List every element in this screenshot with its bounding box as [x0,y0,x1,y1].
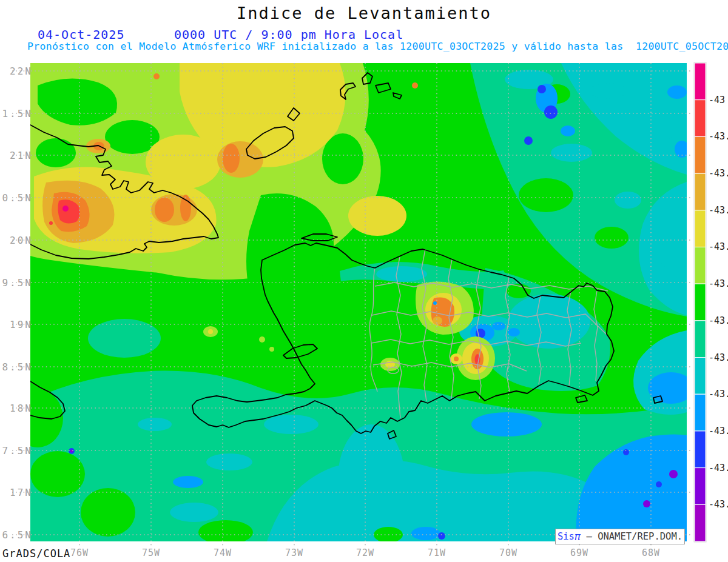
shade-blob [36,138,76,167]
lat-tick-label: 7.5N [2,445,33,457]
shade-blob [492,322,505,330]
lat-tick-label: 1.5N [2,108,33,119]
shade-blob [643,500,650,507]
lon-tick-label: 76W [70,547,89,558]
shade-blob [206,453,252,470]
lat-tick-label: 19N [10,319,33,330]
latitude-axis: 22N1.5N21N0.5N20N9.5N19N8.5N18N7.5N17N6.… [2,65,33,541]
colorbar-segment [695,173,706,210]
colorbar-tick-label: -43.2 [709,241,728,252]
colorbar-segment [695,284,706,321]
shade-blob [269,347,274,352]
shade-blob [81,488,135,537]
colorbar-segment [695,394,706,431]
shade-blob [30,451,85,497]
colorbar-segment [695,247,706,284]
colorbar-segment [695,358,706,395]
lon-tick-label: 72W [356,547,374,558]
shade-blob [544,105,558,119]
shade-blob [208,329,213,334]
shade-blob [669,470,678,478]
badge-org-name: ONAMET/REP.DOM. [598,531,682,542]
map-shading [12,63,694,544]
onamet-badge: Sisπ – ONAMET/REP.DOM. [555,529,685,544]
shade-blob [411,527,440,540]
lon-tick-label: 70W [499,547,517,558]
colorbar-tick-label: -43.0 [709,131,728,142]
shade-blob [264,415,318,434]
badge-system-name: Sis [558,531,575,542]
colorbar-segment [695,468,706,505]
lat-tick-label: 9.5N [2,277,33,289]
shade-blob [438,532,445,540]
longitude-axis: 76W75W74W73W72W71W70W69W68W [70,547,660,558]
shade-blob [198,520,253,544]
shade-blob [223,144,240,173]
shade-blob [561,125,575,136]
shade-blob [615,192,641,209]
lon-tick-label: 68W [642,547,660,558]
shade-blob [551,144,592,162]
colorbar-tick-label: -43.4 [709,352,728,363]
colorbar: -43-43.0-43.1-43.1-43.2-43.2-43.3-43.4-4… [694,62,728,542]
lon-tick-label: 75W [142,547,160,558]
lifted-index-map: 22N1.5N21N0.5N20N9.5N19N8.5N18N7.5N17N6.… [0,0,728,562]
shade-blob [433,301,437,305]
shade-blob [155,198,174,222]
shade-blob [519,178,573,212]
colorbar-tick-label: -43.1 [709,168,728,179]
shade-blob [433,316,442,325]
weather-map-page: { "title": "Indice de Levantamiento", "h… [0,0,728,562]
lat-tick-label: 18N [10,403,33,414]
colorbar-segment [695,210,706,247]
lon-tick-label: 71W [428,547,446,558]
shade-blob [62,206,69,212]
shade-blob [524,136,533,145]
shade-blob [338,424,405,534]
lon-tick-label: 69W [570,547,588,558]
pi-icon: π [575,530,581,543]
shade-blob [173,476,203,488]
shade-blob [146,135,221,189]
shade-blob [471,412,542,437]
shade-blob [180,195,191,221]
lon-tick-label: 73W [285,547,303,558]
lat-tick-label: 22N [10,65,33,77]
colorbar-tick-label: -43.5 [709,463,728,473]
shade-blob [454,356,459,361]
shade-blob [590,83,626,99]
colorbar-segment [695,136,706,173]
lat-tick-label: 0.5N [2,192,33,204]
lat-tick-label: 20N [10,235,33,246]
lat-tick-label: 21N [10,150,33,161]
shade-blob [259,336,265,343]
colorbar-segment [695,321,706,358]
shade-blob [138,418,172,431]
colorbar-tick-label: -43.5 [709,426,728,437]
shade-blob [648,372,694,404]
shade-blob [667,85,687,99]
colorbar-tick-label: -43.2 [709,278,728,289]
shade-blob [49,221,53,225]
colorbar-tick-label: -43.1 [709,205,728,216]
shade-blob [658,240,692,269]
shade-blob [376,266,427,282]
lon-tick-label: 74W [214,547,232,558]
colorbar-segment [695,63,706,100]
shade-blob [656,481,662,487]
grads-credits: GrADS/COLA [2,547,70,560]
lat-tick-label: 6.5N [2,529,33,541]
shade-blob [647,118,678,139]
lat-tick-label: 8.5N [2,361,33,373]
shade-blob [412,82,418,89]
colorbar-tick-label: -43 [709,95,725,105]
shade-blob [508,294,590,349]
colorbar-tick-label: -43.4 [709,389,728,400]
shade-blob [153,73,160,79]
lat-tick-label: 17N [10,487,33,498]
shade-blob [170,503,218,522]
colorbar-segment [695,504,706,541]
shade-blob [348,196,406,236]
colorbar-segment [695,431,706,468]
colorbar-tick-label: -43.3 [709,315,728,326]
